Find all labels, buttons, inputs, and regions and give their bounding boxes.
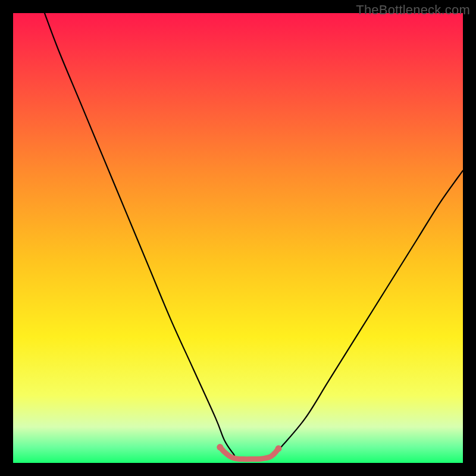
optimal-band-dot [275, 445, 282, 452]
bottleneck-curve-path [45, 13, 463, 459]
optimal-band-dot [217, 444, 223, 450]
watermark-label: TheBottleneck.com [356, 2, 470, 18]
optimal-band-path [220, 447, 278, 459]
plot-area [13, 13, 463, 463]
chart-stage: TheBottleneck.com [0, 0, 476, 476]
chart-curves [13, 13, 463, 463]
